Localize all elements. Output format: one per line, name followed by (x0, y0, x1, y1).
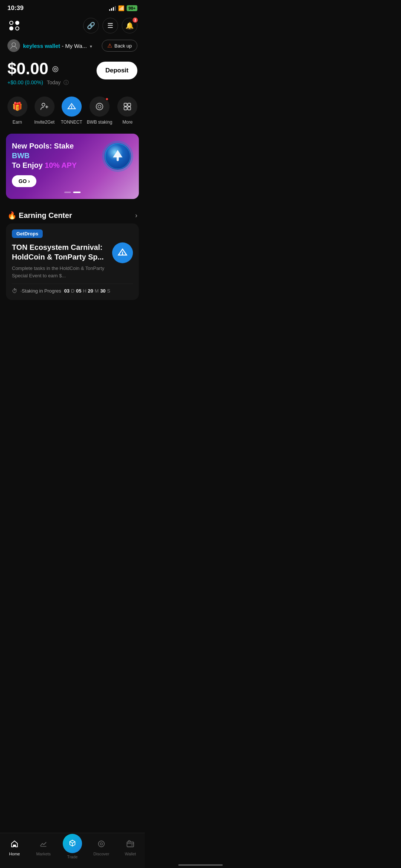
invite-label: Invite2Get (34, 120, 55, 125)
earning-card-desc: Complete tasks in the HoldCoin & TonPart… (12, 265, 108, 279)
signal-icon (109, 6, 116, 11)
bwb-action[interactable]: BWB staking (87, 97, 113, 125)
getdrops-badge: GetDrops (12, 229, 43, 238)
status-time: 10:39 (7, 4, 23, 12)
balance-section: $0.00 ◎ +$0.00 (0.00%) Today ⓘ Deposit (0, 56, 145, 92)
svg-rect-16 (117, 156, 119, 161)
svg-point-1 (42, 103, 45, 106)
svg-rect-8 (124, 103, 127, 106)
banner-dots (12, 192, 133, 193)
invite-icon (40, 102, 49, 111)
more-icon (123, 102, 132, 111)
header-nav: 🔗 ☰ 🔔 3 (0, 15, 145, 38)
bell-icon: 🔔 (125, 22, 134, 30)
info-icon: ⓘ (63, 79, 69, 85)
backup-button[interactable]: ⚠ Back up (102, 40, 137, 52)
wallet-label[interactable]: keyless wallet - My Wa... ▾ (7, 39, 92, 52)
bwb-staking-icon (95, 102, 104, 111)
more-action[interactable]: More (115, 97, 139, 125)
app-logo[interactable] (7, 19, 22, 33)
wifi-icon: 📶 (118, 5, 124, 11)
bwb-dot (105, 97, 109, 101)
banner-coin-graphic (101, 140, 134, 173)
balance-change: +$0.00 (0.00%) Today ⓘ (7, 79, 69, 86)
quick-actions: 🎁 Earn Invite2Get TONN (0, 92, 145, 128)
balance-amount: $0.00 ◎ (7, 59, 69, 78)
svg-point-7 (98, 105, 101, 108)
ton-icon (117, 247, 128, 259)
tonnect-icon (66, 101, 77, 112)
svg-point-6 (96, 103, 103, 110)
earning-center-title: 🔥 Earning Center (7, 211, 72, 220)
notification-badge: 3 (132, 17, 138, 23)
earn-label: Earn (13, 120, 22, 125)
svg-point-0 (12, 43, 16, 46)
staking-timer: 03 D 05 H 20 M 30 S (64, 288, 110, 294)
wallet-avatar (7, 39, 20, 52)
staking-row: ⏱ ·Staking in Progres 03 D 05 H 20 M 30 … (12, 284, 133, 294)
earning-card-icon (112, 242, 133, 263)
link-button[interactable]: 🔗 (83, 18, 99, 33)
banner-dot-2 (73, 192, 81, 193)
tonnect-action[interactable]: TONNECT (60, 97, 84, 125)
clock-icon: ⏱ (12, 288, 17, 294)
warning-icon: ⚠ (107, 42, 112, 49)
deposit-button[interactable]: Deposit (97, 62, 137, 79)
wallet-chevron-icon: ▾ (90, 44, 92, 49)
more-label: More (123, 120, 133, 125)
menu-icon: ☰ (107, 22, 113, 30)
tonnect-label: TONNECT (61, 120, 82, 125)
staking-label: ·Staking in Progres (20, 288, 61, 294)
svg-rect-9 (128, 103, 131, 106)
invite-action[interactable]: Invite2Get (33, 97, 56, 125)
wallet-name: keyless wallet - My Wa... ▾ (23, 43, 92, 49)
status-icons: 📶 98+ (109, 5, 137, 11)
link-icon: 🔗 (87, 22, 95, 30)
battery-indicator: 98+ (127, 5, 137, 11)
svg-rect-11 (128, 107, 131, 110)
eye-icon[interactable]: ◎ (52, 64, 58, 73)
earning-center-header: 🔥 Earning Center › (0, 205, 145, 223)
earning-card[interactable]: GetDrops TON Ecosystem Carnival: HoldCoi… (6, 223, 139, 300)
menu-button[interactable]: ☰ (102, 18, 118, 33)
svg-rect-10 (124, 107, 127, 110)
wallet-row: keyless wallet - My Wa... ▾ ⚠ Back up (0, 38, 145, 56)
status-bar: 10:39 📶 98+ (0, 0, 145, 15)
banner-go-button[interactable]: GO › (12, 175, 36, 187)
gift-icon: 🎁 (12, 102, 22, 111)
nav-right-buttons: 🔗 ☰ 🔔 3 (83, 18, 137, 33)
earn-action[interactable]: 🎁 Earn (6, 97, 29, 125)
notification-button[interactable]: 🔔 3 (122, 18, 137, 33)
earning-center-arrow[interactable]: › (135, 212, 137, 219)
earning-card-title: TON Ecosystem Carnival: HoldCoin & TonPa… (12, 242, 108, 262)
bwb-label: BWB staking (87, 120, 113, 125)
promo-banner[interactable]: New Pools: Stake BWB To Enjoy 10% APY GO… (6, 134, 139, 199)
banner-title: New Pools: Stake BWB To Enjoy 10% APY (12, 141, 82, 170)
banner-dot-1 (64, 192, 71, 193)
